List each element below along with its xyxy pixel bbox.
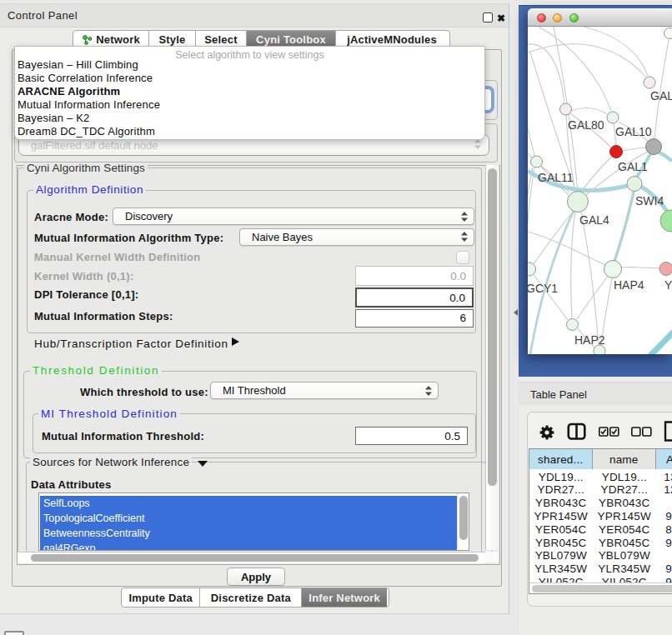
unchecked-columns-icon[interactable] (631, 427, 653, 437)
column-header[interactable]: A (656, 449, 672, 469)
table-cell[interactable]: YBR043C (593, 497, 657, 510)
network-edge[interactable] (584, 27, 648, 76)
table-cell[interactable]: YER054C (529, 523, 593, 537)
network-node-gal11[interactable] (531, 156, 543, 168)
close-icon[interactable]: ✖ (497, 13, 507, 23)
table-cell[interactable]: YIL052C (529, 576, 593, 582)
table-cell[interactable]: YBR045C (529, 537, 593, 550)
network-node-gal4[interactable] (568, 192, 589, 212)
table-cell[interactable]: YLR345W (529, 562, 593, 576)
network-node-swi4[interactable] (627, 177, 642, 192)
network-edge[interactable] (528, 232, 605, 265)
network-edge[interactable] (581, 212, 599, 345)
table-cell[interactable]: 9. (656, 510, 672, 523)
float-window-icon[interactable] (483, 12, 493, 22)
expand-right-icon[interactable] (232, 338, 239, 346)
table-cell[interactable]: YDL19... (593, 471, 657, 484)
scrollbar-thumb[interactable] (31, 554, 479, 562)
table-cell[interactable]: 9. (656, 537, 672, 550)
network-node-y[interactable] (659, 262, 672, 276)
network-edge-highlighted[interactable] (644, 332, 672, 354)
list-vertical-scrollbar[interactable] (457, 493, 469, 548)
table-cell[interactable]: 12 (656, 483, 672, 497)
network-edge[interactable] (571, 212, 575, 318)
column-header[interactable]: shared... (529, 449, 593, 469)
attribute-list-item[interactable]: gal4RGexp (40, 541, 457, 551)
network-node[interactable] (646, 139, 662, 155)
network-edge[interactable] (623, 148, 645, 151)
table-cell[interactable]: YDR27... (529, 483, 593, 497)
collapse-down-icon[interactable] (198, 461, 208, 467)
scrollbar-thumb[interactable] (532, 585, 672, 592)
table-cell[interactable]: YBL079W (529, 549, 593, 562)
table-cell[interactable]: 9. (656, 576, 672, 582)
table-cell[interactable]: YBR043C (529, 497, 593, 510)
split-panels-icon[interactable] (567, 422, 587, 441)
network-edge[interactable] (621, 268, 659, 268)
attribute-list-item[interactable]: TopologicalCoefficient (40, 511, 457, 526)
network-edge-highlighted[interactable] (614, 192, 634, 261)
network-edge[interactable] (534, 212, 573, 264)
table-cell[interactable]: YPR145W (593, 510, 657, 523)
dpi-tolerance-input[interactable]: 0.0 (355, 288, 474, 308)
network-node[interactable] (594, 345, 605, 354)
table-cell[interactable]: YER054C (593, 523, 657, 537)
network-node[interactable] (660, 210, 672, 232)
splitter-handle-icon[interactable] (514, 309, 518, 316)
network-edge[interactable] (528, 128, 534, 156)
scrollbar-thumb[interactable] (488, 168, 497, 486)
table-horizontal-scrollbar[interactable] (529, 582, 672, 593)
network-node-gal7[interactable] (644, 77, 655, 88)
aracne-mode-combobox[interactable]: Discovery (113, 208, 474, 225)
attribute-list-item[interactable]: SelfLoops (40, 496, 457, 511)
algorithm-option[interactable]: Basic Correlation Inference (18, 72, 153, 85)
table-cell[interactable]: YPR145W (529, 510, 593, 523)
network-edge[interactable] (528, 44, 646, 78)
network-node-gal80[interactable] (560, 103, 572, 115)
network-node-hap4[interactable] (604, 261, 622, 278)
kernel-width-input[interactable]: 0.0 (355, 266, 474, 286)
gear-icon[interactable] (538, 423, 558, 442)
column-header[interactable]: name (593, 449, 657, 469)
close-traffic-light-icon[interactable] (537, 13, 546, 22)
apply-button[interactable]: Apply (227, 568, 285, 586)
mi-steps-input[interactable]: 6 (355, 309, 474, 328)
panel-corner-button[interactable] (4, 631, 24, 635)
table-cell[interactable]: 9. (656, 562, 672, 576)
mi-threshold-input[interactable]: 0.5 (355, 427, 468, 445)
attribute-list-item[interactable]: BetweennessCentrality (40, 526, 457, 541)
document-icon[interactable] (664, 421, 672, 442)
manual-kernel-width-checkbox[interactable] (456, 251, 469, 264)
network-node-hap2[interactable] (567, 319, 579, 331)
network-node-gcy1[interactable] (528, 262, 536, 276)
settings-horizontal-scrollbar[interactable] (18, 552, 485, 563)
table-cell[interactable]: 13 (656, 471, 672, 484)
table-cell[interactable]: YDL19... (529, 471, 593, 484)
scrollbar-thumb[interactable] (459, 496, 468, 540)
table-cell[interactable]: YLR345W (593, 562, 657, 576)
network-node-gal1[interactable] (610, 146, 623, 158)
algorithm-option[interactable]: Dream8 DC_TDC Algorithm (18, 125, 155, 138)
algorithm-option[interactable]: Mutual Information Inference (18, 98, 160, 112)
algorithm-option[interactable]: Bayesian – K2 (18, 112, 89, 125)
algorithm-option[interactable]: ARACNE Algorithm (18, 85, 120, 98)
network-node-gal10[interactable] (607, 112, 619, 123)
network-canvas[interactable]: GAL7GAL80GAL10GAL1GAL11SWI4GAL4GCY1HAP4Y… (528, 27, 672, 354)
which-threshold-combobox[interactable]: MI Threshold (210, 382, 439, 399)
tab-impute-data[interactable]: Impute Data (122, 588, 200, 607)
network-node[interactable] (664, 28, 672, 39)
table-cell[interactable]: YBL079W (593, 549, 657, 562)
tab-infer-network[interactable]: Infer Network (302, 588, 387, 607)
table-cell[interactable]: YDR27... (593, 483, 657, 497)
table-cell[interactable]: YBR045C (593, 537, 657, 550)
checked-columns-icon[interactable] (599, 427, 620, 437)
table-cell[interactable]: YIL052C (593, 576, 657, 582)
mi-algorithm-type-combobox[interactable]: Naive Bayes (239, 228, 474, 246)
minimize-traffic-light-icon[interactable] (553, 13, 562, 22)
settings-vertical-scrollbar[interactable] (485, 165, 499, 550)
tab-discretize-data[interactable]: Discretize Data (200, 588, 302, 607)
data-attributes-list[interactable]: SelfLoopsTopologicalCoefficientBetweenne… (38, 492, 469, 551)
zoom-traffic-light-icon[interactable] (569, 13, 579, 22)
network-edge[interactable] (539, 27, 611, 111)
network-edge-highlighted[interactable] (658, 152, 672, 161)
